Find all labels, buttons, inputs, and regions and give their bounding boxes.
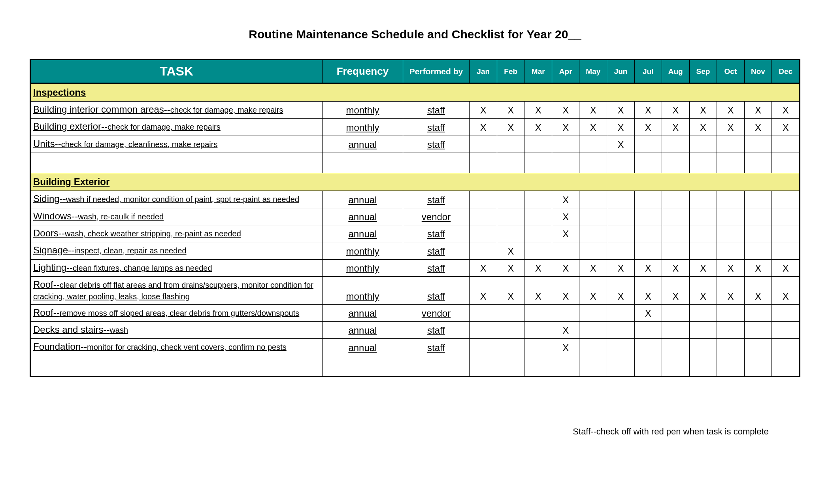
month-cell: X [634,304,662,321]
performed-by-cell: vendor [403,208,470,225]
performed-by-cell: vendor [403,304,470,321]
section-row: Building Exterior [30,173,800,191]
month-cell: X [579,119,607,136]
month-cell [579,321,607,338]
header-month: Jun [607,60,635,83]
task-head: Units-- [33,138,61,149]
task-cell: Windows--wash, re-caulk if needed [30,208,323,225]
task-cell: Decks and stairs--wash [30,321,323,338]
month-cell [689,191,717,208]
month-cell [634,208,662,225]
month-cell: X [744,259,772,276]
month-cell [772,225,800,242]
month-cell: X [552,102,579,119]
month-cell [662,136,689,153]
month-cell: X [689,259,717,276]
month-cell: X [662,259,689,276]
frequency-cell: monthly [323,242,403,259]
task-cell: Lighting--clean fixtures, change lamps a… [30,259,323,276]
table-row: Siding--wash if needed, monitor conditio… [30,191,800,208]
month-cell: X [579,277,607,304]
empty-cell [634,153,662,173]
month-cell [497,304,524,321]
month-cell [744,191,772,208]
table-row: Roof--remove moss off sloped areas, clea… [30,304,800,321]
month-cell [607,321,635,338]
empty-cell [403,153,470,173]
month-cell: X [689,102,717,119]
performed-by-cell: staff [403,277,470,304]
month-cell [744,208,772,225]
month-cell [607,242,635,259]
frequency-cell: annual [323,208,403,225]
task-desc: check for damage, cleanliness, make repa… [61,140,218,149]
blank-row [30,153,800,173]
month-cell [579,136,607,153]
month-cell: X [470,259,497,276]
month-cell [689,321,717,338]
header-task: TASK [30,60,323,83]
month-cell [607,225,635,242]
table-row: Foundation--monitor for cracking, check … [30,339,800,356]
month-cell [552,304,579,321]
empty-cell [662,153,689,173]
month-cell [744,225,772,242]
performed-by-cell: staff [403,191,470,208]
empty-cell [524,153,552,173]
performed-by-cell: staff [403,102,470,119]
month-cell [689,242,717,259]
month-cell [744,321,772,338]
month-cell: X [772,119,800,136]
task-cell: Siding--wash if needed, monitor conditio… [30,191,323,208]
month-cell: X [579,102,607,119]
table-row: Lighting--clean fixtures, change lamps a… [30,259,800,276]
task-head: Signage-- [33,245,74,255]
task-head: Decks and stairs-- [33,324,109,335]
month-cell: X [607,102,635,119]
frequency-cell: annual [323,225,403,242]
month-cell [717,208,744,225]
month-cell: X [689,277,717,304]
month-cell: X [717,119,744,136]
month-cell: X [524,259,552,276]
empty-cell [579,356,607,376]
task-desc: wash [109,326,128,334]
month-cell [607,208,635,225]
task-cell: Roof--remove moss off sloped areas, clea… [30,304,323,321]
frequency-cell: monthly [323,119,403,136]
month-cell [524,208,552,225]
month-cell [772,242,800,259]
month-cell [579,242,607,259]
task-cell: Signage--inspect, clean, repair as neede… [30,242,323,259]
table-row: Signage--inspect, clean, repair as neede… [30,242,800,259]
month-cell: X [744,102,772,119]
month-cell [607,191,635,208]
task-cell: Units--check for damage, cleanliness, ma… [30,136,323,153]
header-performed-by: Performed by [403,60,470,83]
month-cell: X [717,102,744,119]
month-cell [524,191,552,208]
month-cell: X [552,259,579,276]
month-cell [579,191,607,208]
task-cell: Foundation--monitor for cracking, check … [30,339,323,356]
month-cell [607,339,635,356]
month-cell: X [772,277,800,304]
performed-by-cell: staff [403,259,470,276]
empty-cell [497,153,524,173]
section-title: Building Exterior [30,173,800,191]
empty-cell [772,153,800,173]
task-desc: remove moss off sloped areas, clear debr… [60,309,300,317]
month-cell [607,304,635,321]
page-title: Routine Maintenance Schedule and Checkli… [30,28,800,41]
month-cell [497,208,524,225]
month-cell [634,339,662,356]
empty-cell [323,356,403,376]
task-head: Roof-- [33,307,60,318]
month-cell: X [744,119,772,136]
month-cell [552,242,579,259]
task-head: Siding-- [33,193,66,204]
month-cell [689,225,717,242]
header-month: Mar [524,60,552,83]
empty-cell [470,153,497,173]
empty-cell [323,153,403,173]
